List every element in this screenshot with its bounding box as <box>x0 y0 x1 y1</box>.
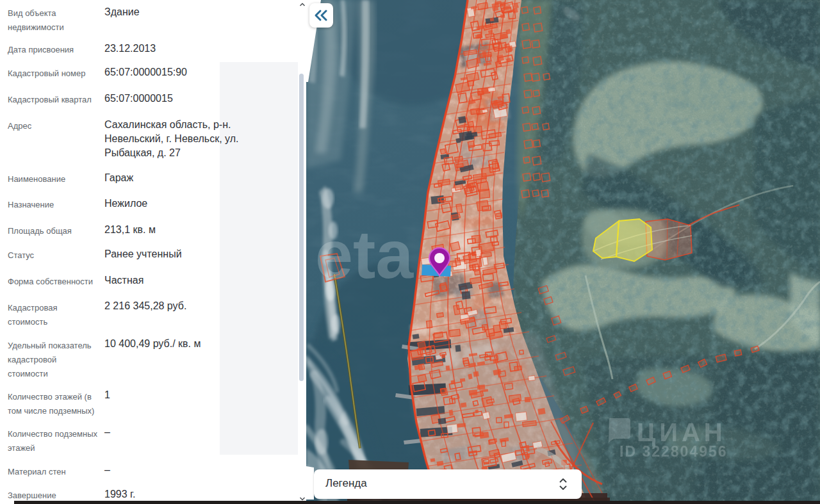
svg-text:eta: eta <box>315 216 414 292</box>
svg-text:ЦИАН: ЦИАН <box>637 418 726 446</box>
svg-text:ID 322804956: ID 322804956 <box>619 443 728 460</box>
